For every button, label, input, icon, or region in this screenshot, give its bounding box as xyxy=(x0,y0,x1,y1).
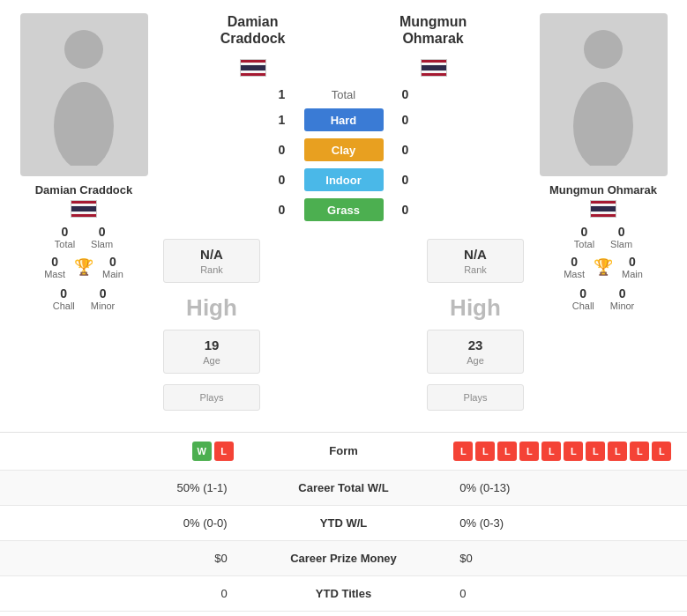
stat-center-label: YTD W/L xyxy=(241,505,447,540)
left-mast-label: Mast xyxy=(44,269,65,279)
right-player-column: Mungmun Ohmarak 0 Total 0 Slam 0 Mast 🏆 xyxy=(528,13,678,311)
grass-score-left: 0 xyxy=(269,203,295,217)
hard-button[interactable]: Hard xyxy=(304,108,384,131)
right-main-label: Main xyxy=(622,269,643,279)
stats-table-row: 0% (0-0) YTD W/L 0% (0-3) xyxy=(0,505,687,540)
svg-point-2 xyxy=(584,30,623,69)
svg-point-3 xyxy=(573,82,633,166)
hard-row: 1 Hard 0 xyxy=(163,108,524,131)
stats-table: 50% (1-1) Career Total W/L 0% (0-13) 0% … xyxy=(0,471,687,612)
stats-table-row: 0 YTD Titles 0 xyxy=(0,575,687,611)
right-age-box: 23 Age xyxy=(427,330,524,374)
left-main-label: Main xyxy=(102,269,123,279)
svg-point-0 xyxy=(64,30,103,69)
left-plays-label: Plays xyxy=(200,392,224,403)
stats-table-row: $0 Career Prize Money $0 xyxy=(0,540,687,575)
right-minor-stat: 0 Minor xyxy=(610,286,635,311)
bottom-section: W L Form L L L L L L L L L L 50% (1-1) C… xyxy=(0,432,687,612)
right-form-badge-6: L xyxy=(564,442,583,461)
indoor-row: 0 Indoor 0 xyxy=(163,168,524,191)
stat-center-label: YTD Titles xyxy=(241,575,447,611)
right-rank-box: N/A Rank xyxy=(427,239,524,283)
right-minor-value: 0 xyxy=(619,286,626,301)
right-form-badge-8: L xyxy=(608,442,627,461)
right-chall-stat: 0 Chall xyxy=(572,286,594,311)
right-stats-row2: 0 Mast 🏆 0 Main xyxy=(564,255,643,279)
left-high-container: High xyxy=(186,290,237,323)
left-player-name-center: DamianCraddock xyxy=(220,13,286,47)
stat-left-value: 0 xyxy=(0,575,241,611)
svg-point-1 xyxy=(54,82,114,166)
stat-left-value: $0 xyxy=(0,540,241,575)
clay-row: 0 Clay 0 xyxy=(163,138,524,161)
right-main-value: 0 xyxy=(629,255,636,269)
left-slam-stat: 0 Slam xyxy=(91,225,113,249)
page-container: Damian Craddock 0 Total 0 Slam 0 Mast xyxy=(0,0,687,612)
left-plays-box: Plays xyxy=(163,384,260,411)
left-silhouette-icon xyxy=(49,25,119,166)
right-age-value: 23 xyxy=(468,338,483,353)
clay-score-right: 0 xyxy=(392,143,419,157)
left-player-name: Damian Craddock xyxy=(35,183,133,197)
left-player-flag xyxy=(71,200,97,218)
left-trophy-icon: 🏆 xyxy=(74,257,93,277)
right-form-badge-4: L xyxy=(519,442,539,461)
right-high-container: High xyxy=(450,290,501,323)
right-form-badge-5: L xyxy=(541,442,561,461)
left-chall-stat: 0 Chall xyxy=(53,286,75,311)
left-mast-value: 0 xyxy=(51,255,58,269)
grass-button[interactable]: Grass xyxy=(304,198,384,221)
left-main-stat: 0 Main xyxy=(102,255,123,279)
right-player-name-center: MungmunOhmarak xyxy=(400,13,467,47)
left-player-column: Damian Craddock 0 Total 0 Slam 0 Mast xyxy=(9,13,159,311)
left-flag-center xyxy=(240,59,266,77)
stat-right-value: $0 xyxy=(446,540,687,575)
right-player-name: Mungmun Ohmarak xyxy=(549,183,657,197)
stat-right-value: 0% (0-13) xyxy=(446,471,687,506)
right-rank-label: Rank xyxy=(464,264,487,275)
clay-button[interactable]: Clay xyxy=(304,138,384,161)
right-form-badge-9: L xyxy=(630,442,649,461)
left-main-value: 0 xyxy=(109,255,116,269)
right-total-label: Total xyxy=(574,239,594,249)
left-slam-label: Slam xyxy=(91,239,113,249)
left-age-box: 19 Age xyxy=(163,330,260,374)
total-score-right: 0 xyxy=(392,87,419,101)
left-total-label: Total xyxy=(55,239,75,249)
right-rank-value: N/A xyxy=(464,247,487,262)
right-total-value: 0 xyxy=(581,225,588,239)
right-player-flag xyxy=(590,200,616,218)
right-mast-value: 0 xyxy=(571,255,578,269)
left-detail-boxes: N/A Rank High 19 Age Plays xyxy=(163,235,260,414)
right-mast-label: Mast xyxy=(564,269,585,279)
right-total-stat: 0 Total xyxy=(574,225,594,249)
right-form-badges: L L L L L L L L L L xyxy=(453,442,674,461)
flags-row xyxy=(163,56,524,77)
left-total-stat: 0 Total xyxy=(55,225,75,249)
right-form-badge-2: L xyxy=(475,442,495,461)
right-high-text: High xyxy=(450,287,501,323)
right-flag-center xyxy=(421,59,447,77)
surface-rows: 1 Hard 0 0 Clay 0 0 Indoor 0 xyxy=(163,108,524,221)
hard-score-right: 0 xyxy=(392,113,419,127)
left-stats-row3: 0 Chall 0 Minor xyxy=(53,286,116,311)
stats-table-row: 50% (1-1) Career Total W/L 0% (0-13) xyxy=(0,471,687,506)
total-score-row: 1 Total 0 xyxy=(163,87,524,101)
right-plays-label: Plays xyxy=(464,392,488,403)
right-main-stat: 0 Main xyxy=(622,255,643,279)
left-total-value: 0 xyxy=(62,225,69,239)
right-form-badge-10: L xyxy=(652,442,671,461)
stat-left-value: 0% (0-0) xyxy=(0,505,241,540)
left-mast-stat: 0 Mast xyxy=(44,255,65,279)
right-form-badge-1: L xyxy=(453,442,473,461)
right-silhouette-icon xyxy=(568,25,638,166)
indoor-button[interactable]: Indoor xyxy=(304,168,384,191)
right-plays-box: Plays xyxy=(427,384,524,411)
right-slam-value: 0 xyxy=(618,225,625,239)
right-stats-row1: 0 Total 0 Slam xyxy=(574,225,632,249)
left-minor-value: 0 xyxy=(100,286,107,301)
left-age-value: 19 xyxy=(205,338,220,353)
left-chall-label: Chall xyxy=(53,301,75,311)
right-slam-label: Slam xyxy=(610,239,632,249)
left-chall-value: 0 xyxy=(60,286,67,301)
